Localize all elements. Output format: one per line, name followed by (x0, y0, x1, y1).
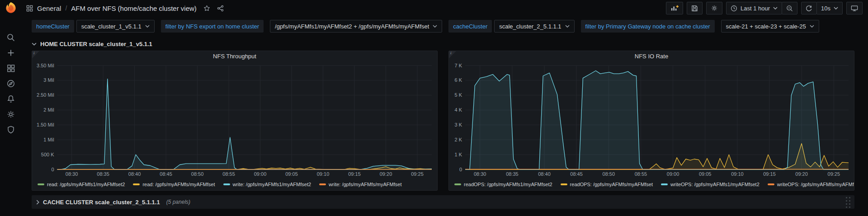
svg-text:08:55: 08:55 (635, 171, 647, 177)
settings-gear-icon[interactable] (3, 110, 19, 119)
svg-text:09:15: 09:15 (348, 171, 361, 177)
svg-text:09:25: 09:25 (411, 171, 424, 177)
legend-label: writeOPS: /gpfs/myAFMfs1/myAFMfset2 (670, 182, 760, 187)
svg-text:4 K: 4 K (454, 107, 462, 113)
legend-item[interactable]: read: /gpfs/myAFMfs1/myAFMfset2 (38, 182, 125, 187)
navbar-actions: Last 1 hour (666, 2, 863, 14)
svg-text:08:40: 08:40 (128, 171, 141, 177)
svg-text:08:45: 08:45 (160, 171, 172, 177)
svg-text:3 Mil: 3 Mil (43, 77, 54, 83)
breadcrumb-folder[interactable]: General (37, 5, 61, 12)
legend-marker (319, 183, 326, 185)
legend-label: write: /gpfs/myAFMfs/myAFMfset (329, 182, 401, 187)
time-picker-group: Last 1 hour (726, 2, 797, 14)
grafana-app: General / AFM over NFS (home/cache clust… (0, 0, 868, 216)
nfs-export-select[interactable]: /gpfs/myAFMfs1/myAFMfset2 + /gpfs/myAFMf… (270, 20, 442, 33)
svg-text:1 K: 1 K (454, 151, 462, 157)
svg-text:08:50: 08:50 (603, 171, 615, 177)
refresh-interval-picker[interactable]: 10s (816, 2, 843, 14)
panel-nfs-throughput: NFS Throughput 08:3008:3508:4008:4508:50… (32, 51, 438, 191)
legend-item[interactable]: writeOPS: /gpfs/myAFMfs1/myAFMfset2 (661, 182, 760, 187)
refresh-button[interactable] (801, 2, 817, 14)
explore-compass-icon[interactable] (3, 79, 19, 88)
svg-text:6 K: 6 K (454, 77, 462, 83)
home-cluster-select[interactable]: scale_cluster_1_v5.1.1 (76, 20, 155, 33)
legend-marker (38, 183, 44, 185)
save-dashboard-button[interactable] (687, 2, 703, 14)
panel-header[interactable]: NFS IO Rate (449, 51, 854, 62)
alerting-bell-icon[interactable] (3, 94, 19, 103)
grafana-logo-icon[interactable] (4, 1, 18, 15)
svg-text:2 Mil: 2 Mil (43, 107, 54, 113)
chevron-right-icon (36, 200, 39, 205)
time-range-picker[interactable]: Last 1 hour (726, 2, 782, 14)
panel-title: NFS Throughput (213, 53, 256, 60)
legend-marker (454, 183, 461, 185)
legend-marker (661, 183, 668, 185)
svg-text:08:30: 08:30 (474, 171, 486, 177)
svg-text:3.50 Mil: 3.50 Mil (37, 62, 54, 68)
panel-title: NFS IO Rate (635, 53, 668, 60)
row-cache-cluster[interactable]: CACHE CLUSTER scale_cluster_2_5.1.1.1 (5… (32, 195, 854, 209)
svg-text:08:35: 08:35 (506, 171, 519, 177)
home-cluster-value: scale_cluster_1_v5.1.1 (81, 23, 142, 30)
legend-label: readOPS: /gpfs/myAFMfs1/myAFMfset2 (464, 182, 552, 187)
search-icon[interactable] (3, 33, 19, 42)
variables-row: homeCluster scale_cluster_1_v5.1.1 filte… (22, 16, 868, 36)
cache-cluster-select[interactable]: scale_cluster_2_5.1.1.1 (494, 20, 574, 33)
cache-cluster-value: scale_cluster_2_5.1.1.1 (499, 23, 561, 30)
dashboard-body: HOME CLUSTER scale_cluster_1_v5.1.1 NFS … (22, 36, 868, 216)
page-title[interactable]: AFM over NFS (home/cache cluster view) (71, 5, 197, 12)
home-cluster-label: homeCluster (32, 20, 74, 33)
var-cache-cluster: cacheCluster scale_cluster_2_5.1.1.1 (448, 20, 574, 33)
legend-item[interactable]: readOPS: /gpfs/myAFMfs/myAFMfset (561, 182, 653, 187)
admin-shield-icon[interactable] (3, 125, 19, 134)
svg-text:08:45: 08:45 (570, 171, 583, 177)
row-cache-title: CACHE CLUSTER scale_cluster_2_5.1.1.1 (43, 199, 160, 206)
nfs-export-label: filter by NFS export on home cluster (161, 20, 264, 33)
dashboard-settings-button[interactable] (706, 2, 722, 14)
drag-handle[interactable] (846, 197, 851, 208)
legend-label: writeOPS: /gpfs/myAFMfs/myAFMfset (777, 182, 854, 187)
panel-nfs-io-rate: NFS IO Rate 08:3008:3508:4008:4508:5008:… (448, 51, 854, 191)
row-home-cluster[interactable]: HOME CLUSTER scale_cluster_1_v5.1.1 (32, 38, 854, 50)
var-nfs-export: filter by NFS export on home cluster (161, 20, 264, 33)
zoom-out-button[interactable] (782, 2, 797, 14)
svg-text:08:40: 08:40 (538, 171, 551, 177)
add-panel-button[interactable] (666, 2, 683, 14)
legend-label: readOPS: /gpfs/myAFMfs/myAFMfset (570, 182, 653, 187)
legend-marker (561, 183, 567, 185)
svg-text:08:35: 08:35 (97, 171, 109, 177)
legend-item[interactable]: read: /gpfs/myAFMfs/myAFMfset (133, 182, 215, 187)
nfs-throughput-chart[interactable]: 08:3008:3508:4008:4508:5008:5509:0009:05… (32, 62, 437, 180)
svg-text:5 K: 5 K (454, 92, 462, 98)
svg-text:09:25: 09:25 (828, 171, 840, 177)
info-icon[interactable] (32, 51, 39, 58)
var-home-cluster: homeCluster scale_cluster_1_v5.1.1 (32, 20, 155, 33)
refresh-interval-label: 10s (821, 5, 830, 12)
nfs-export-value: /gpfs/myAFMfs1/myAFMfset2 + /gpfs/myAFMf… (275, 23, 429, 30)
nfs-io-rate-chart[interactable]: 08:3008:3508:4008:4508:5008:5509:0009:05… (449, 62, 854, 180)
star-icon[interactable] (203, 5, 210, 12)
create-plus-icon[interactable] (3, 48, 19, 57)
legend-item[interactable]: write: /gpfs/myAFMfs1/myAFMfset2 (223, 182, 311, 187)
row-home-title: HOME CLUSTER scale_cluster_1_v5.1.1 (40, 41, 152, 47)
gateway-select[interactable]: scale-21 + scale-23 + scale-25 (721, 20, 819, 33)
svg-text:09:20: 09:20 (380, 171, 392, 177)
dashboards-icon[interactable] (3, 64, 19, 73)
svg-text:08:55: 08:55 (222, 171, 235, 177)
panel-header[interactable]: NFS Throughput (32, 51, 437, 62)
svg-text:09:05: 09:05 (699, 171, 712, 177)
legend-item[interactable]: writeOPS: /gpfs/myAFMfs/myAFMfset (768, 182, 854, 187)
kiosk-mode-button[interactable] (846, 2, 863, 14)
legend-item[interactable]: write: /gpfs/myAFMfs/myAFMfset (319, 182, 401, 187)
legend-label: read: /gpfs/myAFMfs1/myAFMfset2 (47, 182, 125, 187)
share-icon[interactable] (217, 5, 224, 12)
svg-text:1.50 Mil: 1.50 Mil (37, 122, 54, 127)
panels-row: NFS Throughput 08:3008:3508:4008:4508:50… (32, 51, 854, 191)
legend-label: write: /gpfs/myAFMfs1/myAFMfset2 (233, 182, 311, 187)
legend-item[interactable]: readOPS: /gpfs/myAFMfs1/myAFMfset2 (454, 182, 552, 187)
svg-text:09:00: 09:00 (667, 171, 679, 177)
info-icon[interactable] (449, 51, 456, 58)
svg-text:09:05: 09:05 (285, 171, 298, 177)
